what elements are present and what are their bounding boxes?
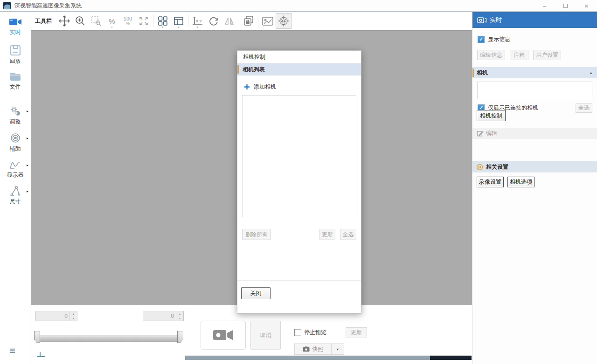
grid-layout-tool[interactable]: ▼	[155, 13, 171, 29]
related-settings-header: 相关设置	[472, 161, 597, 172]
position-marker-icon	[36, 351, 46, 357]
camera-control-dialog: 相机控制 相机列表 添加相机 删除所有 更新 全选 关闭	[237, 50, 361, 314]
dialog-select-all-button[interactable]: 全选	[340, 229, 356, 240]
close-button[interactable]: ×	[576, 0, 597, 11]
sidebar-item-realtime[interactable]: 实时	[0, 17, 30, 36]
frame-end-spinner[interactable]: 0 ▲▼	[143, 311, 184, 321]
maximize-button[interactable]	[555, 0, 576, 11]
svg-text:X.Y: X.Y	[196, 19, 202, 23]
region-zoom-tool[interactable]	[88, 13, 104, 29]
right-panel: 实时 ✓ 显示信息 编辑信息 注释 用户设置 相机 ▲ ✓ 仅显示已连接的相机 …	[472, 12, 597, 364]
rotate-icon	[208, 15, 219, 27]
select-all-button[interactable]: 全选	[576, 103, 592, 113]
sidebar-item-auxiliary[interactable]: 辅助 ▸	[0, 132, 30, 153]
stop-preview-checkbox[interactable]	[294, 329, 301, 336]
dialog-close-button[interactable]: 关闭	[241, 287, 271, 299]
camera-options-button[interactable]: 相机选项	[507, 177, 535, 187]
sidebar-item-dimension[interactable]: 尺寸 ▸	[0, 185, 30, 206]
edit-info-button[interactable]: 编辑信息	[477, 50, 505, 60]
left-sidebar: 实时 回放 文件 调整 ▸ 辅助 ▸ 显示器 ▸ 尺寸 ▸ ≡	[0, 12, 30, 364]
delete-all-button[interactable]: 删除所有	[242, 229, 271, 240]
spinner-up-icon[interactable]: ▲	[71, 312, 76, 316]
sidebar-item-label: 显示器	[0, 171, 30, 179]
record-button[interactable]	[201, 321, 246, 350]
related-settings-title: 相关设置	[486, 163, 508, 171]
dialog-title: 相机控制	[237, 51, 361, 63]
record-settings-button[interactable]: 录像设置	[477, 177, 504, 187]
sidebar-item-display[interactable]: 显示器 ▸	[0, 159, 30, 179]
sidebar-item-label: 尺寸	[0, 198, 30, 206]
spinner-arrows[interactable]: ▲▼	[69, 311, 77, 321]
snapshot-button[interactable]: 快照	[294, 343, 332, 355]
flip-icon	[223, 15, 236, 27]
zoom-percent-tool[interactable]: % ▼	[104, 13, 120, 29]
update-button[interactable]: 更新	[346, 327, 367, 337]
expand-arrow-icon: ▸	[27, 189, 28, 193]
image-icon	[262, 15, 274, 27]
minimize-button[interactable]: –	[534, 0, 555, 11]
horizontal-scrollbar[interactable]	[185, 356, 472, 360]
spinner-up-icon[interactable]: ▲	[177, 312, 183, 316]
spinner-arrows[interactable]: ▲▼	[176, 311, 183, 321]
user-settings-button[interactable]: 用户设置	[533, 50, 561, 60]
camera-list-box[interactable]	[477, 82, 592, 99]
stop-preview-option[interactable]: 停止预览	[294, 329, 326, 337]
slider-track[interactable]	[36, 336, 181, 342]
rotate-tool[interactable]	[206, 13, 222, 29]
toolbar-separator	[153, 15, 153, 27]
zoom-in-tool[interactable]	[72, 13, 88, 29]
fit-screen-icon	[138, 15, 149, 27]
zoom-100-tool[interactable]: 100%	[120, 13, 136, 29]
region-zoom-icon	[90, 15, 102, 27]
settings-ring-icon	[476, 164, 483, 171]
dropdown-icon: ▼	[111, 27, 113, 28]
pan-tool[interactable]	[56, 13, 72, 29]
spinner-down-icon[interactable]: ▼	[71, 316, 76, 320]
sidebar-item-file[interactable]: 文件	[0, 72, 30, 91]
window-layout-tool[interactable]: ▼	[171, 13, 187, 29]
lock-image-tool[interactable]	[241, 13, 257, 29]
sidebar-item-adjust[interactable]: 调整 ▸	[0, 105, 30, 126]
image-tool[interactable]	[260, 13, 276, 29]
edit-section-header[interactable]: 编辑	[472, 128, 597, 139]
slider-handle-left[interactable]	[34, 331, 40, 343]
dropdown-icon: ▼	[178, 27, 180, 28]
check-icon: ✓	[479, 36, 483, 42]
toolbar-label: 工具栏	[35, 17, 52, 25]
video-camera-icon	[9, 17, 22, 27]
dropdown-icon: ▼	[197, 27, 199, 28]
show-info-checkbox[interactable]: ✓	[478, 36, 485, 43]
add-camera-button[interactable]: 添加相机	[244, 83, 361, 91]
stop-preview-label: 停止预览	[304, 329, 326, 337]
flip-tool[interactable]	[222, 13, 237, 29]
frame-start-spinner[interactable]: 0 ▲▼	[35, 311, 77, 321]
section-accent-bar	[472, 69, 474, 77]
sidebar-item-playback[interactable]: 回放	[0, 45, 30, 65]
snapshot-dropdown-button[interactable]: ▼	[332, 343, 344, 355]
comment-button[interactable]: 注释	[510, 50, 528, 60]
coordinates-tool[interactable]: X.Y ▼	[190, 13, 206, 29]
camera-list[interactable]	[242, 95, 356, 217]
crosshair-tool[interactable]	[276, 13, 292, 29]
window-layout-icon	[173, 15, 184, 27]
camera-section-header[interactable]: 相机 ▲	[472, 67, 597, 78]
maximize-icon	[563, 4, 568, 8]
slider-handle-right[interactable]	[177, 331, 183, 343]
toolbar-separator	[258, 15, 258, 27]
dialog-update-button[interactable]: 更新	[319, 229, 335, 240]
collapse-icon[interactable]: ▲	[589, 71, 592, 75]
camera-control-button[interactable]: 相机控制	[477, 110, 506, 121]
range-slider[interactable]	[34, 331, 183, 344]
zoom-100-icon: 100%	[124, 16, 132, 26]
scrollbar-thumb[interactable]	[430, 356, 472, 360]
sidebar-item-label: 回放	[0, 57, 30, 65]
spinner-value: 0	[36, 313, 69, 319]
sidebar-item-label: 文件	[0, 83, 30, 91]
show-info-option[interactable]: ✓ 显示信息	[472, 35, 597, 43]
spinner-down-icon[interactable]: ▼	[177, 316, 183, 320]
menu-icon[interactable]: ≡	[9, 346, 15, 356]
cancel-button[interactable]: 取消	[250, 321, 281, 350]
title-bar: 深视智能高速图像采集系统 – ×	[0, 0, 597, 12]
panel-header: 实时	[472, 12, 597, 28]
fit-screen-tool[interactable]	[136, 13, 152, 29]
